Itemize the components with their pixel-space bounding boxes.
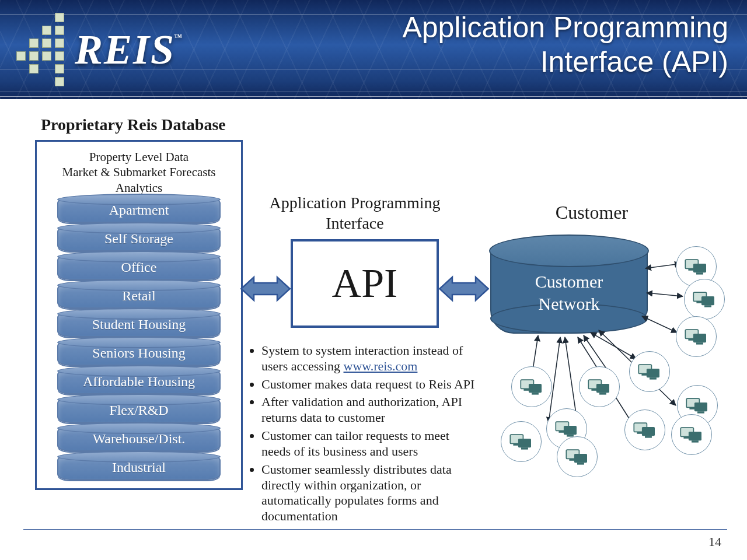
- svg-rect-55: [692, 440, 699, 442]
- svg-rect-59: [577, 463, 584, 464]
- workstation-node-icon: [557, 436, 598, 477]
- svg-rect-34: [596, 384, 609, 393]
- property-cylinder-label: Student Housing: [58, 313, 219, 336]
- workstation-node-icon: [624, 410, 665, 450]
- property-cylinder-label: Seniors Housing: [58, 341, 219, 365]
- property-cylinder-label: Office: [58, 256, 219, 279]
- property-cylinder: Industrial: [57, 454, 221, 480]
- property-cylinder: Seniors Housing: [57, 340, 221, 366]
- api-box: API: [291, 239, 439, 328]
- double-arrow-left-icon: [240, 274, 291, 303]
- slide-title: Application ProgrammingInterface (API): [402, 10, 728, 79]
- svg-rect-27: [697, 411, 704, 413]
- workstation-node-icon: [501, 421, 542, 462]
- property-cylinder: Student Housing: [57, 312, 221, 337]
- svg-rect-35: [599, 393, 606, 394]
- bullet-item: System to system interaction instead of …: [261, 343, 479, 374]
- customer-title: Customer: [516, 203, 668, 222]
- logo-mark-icon: [16, 13, 64, 86]
- svg-line-2: [645, 264, 680, 268]
- bullet-item: Customer makes data request to Reis API: [261, 377, 479, 393]
- bullet-item: Customer can tailor requests to meet nee…: [261, 428, 479, 460]
- property-cylinder: Affordable Housing: [57, 369, 221, 394]
- bullet-item: Customer seamlessly distributes data dir…: [261, 462, 479, 524]
- workstation-node-icon: [629, 351, 670, 392]
- svg-rect-54: [689, 432, 701, 440]
- svg-rect-42: [518, 439, 531, 447]
- double-arrow-right-icon: [439, 274, 489, 303]
- page-number: 14: [708, 534, 721, 550]
- property-cylinder: Retail: [57, 283, 221, 309]
- svg-rect-19: [704, 305, 711, 307]
- svg-rect-23: [696, 342, 703, 344]
- svg-rect-50: [642, 427, 655, 436]
- property-cylinder-label: Apartment: [58, 198, 219, 222]
- api-bullets: System to system interaction instead of …: [245, 343, 479, 527]
- header-banner: REIS™ Application ProgrammingInterface (…: [0, 0, 747, 99]
- workstation-node-icon: [676, 316, 717, 357]
- svg-marker-0: [241, 277, 289, 300]
- svg-rect-31: [532, 393, 539, 394]
- svg-rect-14: [693, 264, 706, 272]
- svg-line-8: [591, 332, 636, 359]
- svg-rect-38: [647, 369, 659, 377]
- property-cylinder-label: Warehouse/Dist.: [58, 427, 219, 450]
- database-title: Proprietary Reis Database: [41, 117, 226, 133]
- svg-marker-1: [439, 277, 488, 300]
- property-cylinder: Flex/R&D: [57, 397, 221, 423]
- property-cylinder: Office: [57, 254, 221, 280]
- reis-link[interactable]: www.reis.com: [344, 359, 418, 373]
- api-title: Application Programming Interface: [244, 192, 466, 233]
- workstation-node-icon: [511, 366, 552, 407]
- property-cylinder-label: Affordable Housing: [58, 370, 219, 393]
- svg-rect-39: [650, 377, 657, 379]
- property-cylinder-label: Flex/R&D: [58, 398, 219, 422]
- footer-rule: [23, 529, 727, 530]
- property-cylinder: Self Storage: [57, 226, 221, 251]
- property-cylinder: Apartment: [57, 197, 221, 223]
- workstation-node-icon: [684, 279, 725, 320]
- bullet-item: After validation and authorization, API …: [261, 394, 479, 426]
- svg-rect-30: [529, 384, 542, 393]
- property-cylinder: Warehouse/Dist.: [57, 426, 221, 452]
- svg-rect-26: [694, 402, 707, 411]
- property-cylinder-label: Industrial: [58, 456, 219, 479]
- customer-network-cylinder: CustomerNetwork: [490, 235, 648, 334]
- property-cylinder-label: Retail: [58, 284, 219, 307]
- svg-rect-22: [693, 334, 706, 342]
- workstation-node-icon: [579, 366, 620, 407]
- database-subtitle: Property Level DataMarket & Submarket Fo…: [35, 149, 243, 195]
- property-cylinder-label: Self Storage: [58, 227, 219, 250]
- svg-rect-15: [696, 272, 703, 274]
- logo-text: REIS™: [75, 29, 184, 71]
- svg-rect-18: [701, 296, 714, 305]
- svg-rect-51: [645, 436, 652, 438]
- reis-logo: REIS™: [16, 13, 184, 86]
- property-type-stack: ApartmentSelf StorageOfficeRetailStudent…: [57, 197, 221, 483]
- svg-line-3: [647, 293, 683, 296]
- workstation-node-icon: [671, 414, 712, 455]
- svg-rect-46: [564, 426, 577, 435]
- svg-rect-43: [521, 447, 528, 449]
- svg-rect-58: [574, 454, 587, 463]
